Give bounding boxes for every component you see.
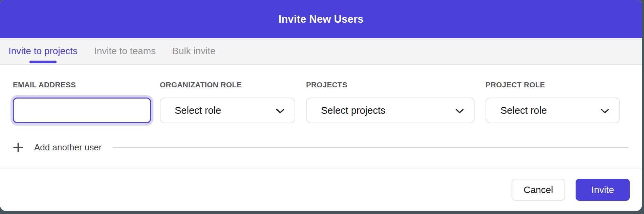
projects-select[interactable]: Select projects [306, 98, 475, 123]
invite-button[interactable]: Invite [576, 179, 630, 201]
invite-new-users-dialog: Invite New Users Invite to projects Invi… [0, 0, 642, 211]
project-role-field-group: PROJECT ROLE Select role [486, 81, 620, 123]
organization-role-select[interactable]: Select role [160, 98, 295, 123]
chevron-down-icon [455, 109, 464, 114]
projects-label: PROJECTS [306, 81, 475, 89]
project-role-value: Select role [500, 105, 547, 116]
tab-invite-to-teams[interactable]: Invite to teams [94, 38, 156, 64]
dialog-title: Invite New Users [278, 13, 363, 25]
chevron-down-icon [601, 109, 609, 114]
organization-role-value: Select role [175, 105, 221, 116]
add-another-user-button[interactable]: Add another user [13, 142, 102, 153]
add-another-user-row: Add another user [13, 142, 642, 153]
cancel-button[interactable]: Cancel [512, 179, 565, 201]
email-field-group: EMAIL ADDRESS [13, 81, 151, 123]
active-tab-underline [29, 61, 57, 63]
tab-bar: Invite to projects Invite to teams Bulk … [0, 38, 642, 65]
dialog-header: Invite New Users [0, 0, 642, 38]
project-role-select[interactable]: Select role [486, 98, 620, 123]
tab-bulk-invite-label: Bulk invite [172, 46, 216, 57]
dialog-content: EMAIL ADDRESS ORGANIZATION ROLE Select r… [0, 65, 642, 169]
tab-invite-to-teams-label: Invite to teams [94, 46, 156, 57]
add-another-user-label: Add another user [34, 142, 102, 153]
projects-value: Select projects [321, 105, 385, 116]
row-divider-line [113, 147, 629, 148]
organization-role-field-group: ORGANIZATION ROLE Select role [160, 81, 295, 123]
chevron-down-icon [276, 109, 284, 114]
plus-icon [13, 142, 23, 153]
dialog-footer: Cancel Invite [0, 169, 642, 211]
tab-invite-to-projects[interactable]: Invite to projects [8, 38, 78, 64]
tab-bulk-invite[interactable]: Bulk invite [172, 38, 216, 64]
project-role-label: PROJECT ROLE [486, 81, 620, 89]
user-invite-row: EMAIL ADDRESS ORGANIZATION ROLE Select r… [13, 81, 642, 123]
organization-role-label: ORGANIZATION ROLE [160, 81, 295, 89]
tab-invite-to-projects-label: Invite to projects [8, 46, 78, 57]
projects-field-group: PROJECTS Select projects [306, 81, 475, 123]
email-address-label: EMAIL ADDRESS [13, 81, 151, 89]
email-address-input[interactable] [13, 98, 151, 123]
